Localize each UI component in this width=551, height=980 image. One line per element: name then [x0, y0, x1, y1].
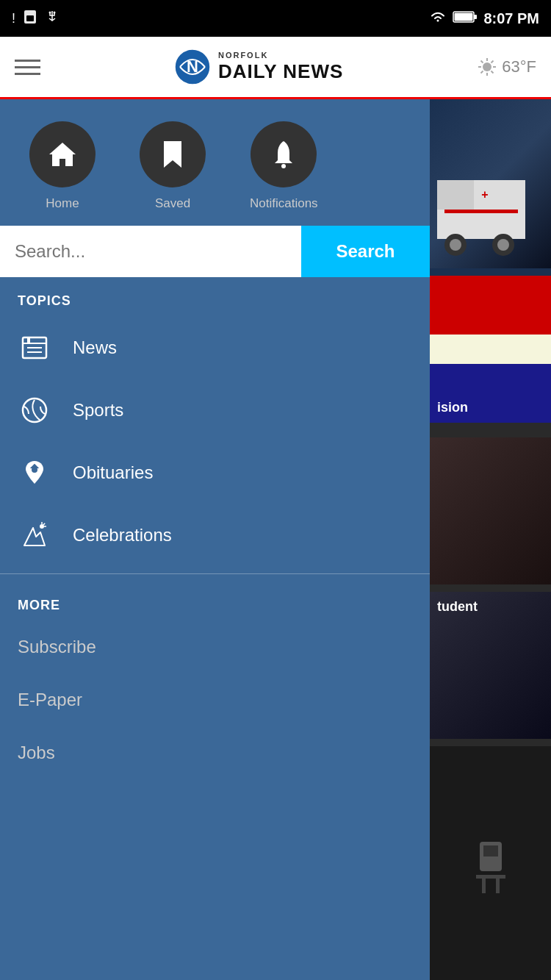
svg-text:+: +	[481, 188, 488, 201]
svg-line-15	[481, 61, 483, 63]
menu-item-jobs[interactable]: Jobs	[0, 726, 430, 779]
svg-rect-32	[437, 180, 474, 210]
hamburger-line-1	[15, 60, 40, 62]
logo-icon: N	[174, 49, 211, 85]
content-peek: + ision tudent	[430, 99, 551, 980]
svg-rect-6	[455, 12, 473, 21]
nav-icons-row: Home Saved Notifications	[0, 99, 430, 226]
sports-label: Sports	[73, 400, 123, 421]
home-label: Home	[46, 196, 79, 211]
ambulance-svg: +	[430, 136, 533, 268]
app-header: N NORFOLK DAILY NEWS 63°F	[0, 37, 551, 99]
svg-point-19	[281, 164, 286, 168]
menu-item-sports[interactable]: Sports	[0, 379, 430, 441]
menu-item-obituaries[interactable]: Obituaries	[0, 441, 430, 504]
nav-notifications[interactable]: Notifications	[250, 121, 318, 211]
menu-item-subscribe[interactable]: Subscribe	[0, 620, 430, 673]
svg-point-25	[23, 398, 46, 422]
svg-point-37	[450, 239, 461, 251]
main-container: Home Saved Notifications	[0, 99, 551, 980]
celebrations-icon	[18, 518, 51, 551]
svg-rect-45	[496, 879, 500, 893]
svg-rect-1	[26, 15, 34, 21]
svg-point-39	[497, 239, 509, 251]
device-svg	[461, 827, 520, 901]
navigation-drawer: Home Saved Notifications	[0, 99, 430, 980]
search-button[interactable]: Search	[301, 226, 430, 277]
peek-card-3	[430, 437, 551, 584]
topics-heading: TOPICS	[0, 277, 430, 316]
bookmark-icon	[156, 138, 189, 171]
menu-item-news[interactable]: News	[0, 316, 430, 379]
svg-rect-24	[27, 337, 30, 343]
weather-widget: 63°F	[477, 57, 536, 77]
status-bar-right: 8:07 PM	[429, 10, 539, 27]
temperature: 63°F	[502, 57, 536, 76]
svg-line-17	[491, 61, 494, 63]
notifications-label: Notifications	[250, 196, 318, 211]
news-label: News	[73, 337, 117, 358]
svg-line-16	[491, 71, 494, 74]
usb-icon	[45, 10, 60, 28]
menu-item-epaper[interactable]: E-Paper	[0, 673, 430, 726]
obituaries-icon	[18, 456, 51, 489]
menu-item-celebrations[interactable]: Celebrations	[0, 504, 430, 566]
logo-text: NORFOLK DAILY NEWS	[218, 51, 343, 83]
section-divider	[0, 573, 430, 574]
celebrations-label: Celebrations	[73, 525, 172, 546]
logo-title: DAILY NEWS	[218, 60, 343, 83]
peek-text-1: ision	[437, 400, 468, 415]
svg-point-10	[483, 62, 491, 71]
sim-icon	[23, 10, 37, 28]
svg-rect-5	[474, 15, 477, 19]
nav-home[interactable]: Home	[29, 121, 96, 211]
ambulance-image: +	[430, 99, 551, 268]
svg-rect-44	[482, 879, 486, 893]
notifications-icon-circle	[251, 121, 317, 187]
peek-text-2: tudent	[437, 599, 478, 615]
more-heading: MORE	[0, 582, 430, 620]
hamburger-line-2	[15, 66, 40, 68]
peek-card-4: tudent	[430, 592, 551, 739]
home-icon	[46, 138, 79, 171]
svg-rect-34	[437, 210, 525, 239]
status-bar-left: !	[12, 10, 60, 28]
search-input[interactable]	[0, 226, 301, 277]
nav-saved[interactable]: Saved	[140, 121, 206, 211]
bell-icon	[267, 138, 300, 171]
svg-line-30	[43, 523, 45, 524]
svg-rect-35	[444, 210, 518, 213]
saved-label: Saved	[155, 196, 190, 211]
status-bar: !	[0, 0, 551, 37]
clock: 8:07 PM	[483, 10, 539, 27]
hamburger-menu[interactable]	[15, 60, 40, 75]
card5-bg	[430, 746, 551, 980]
svg-rect-42	[483, 845, 498, 856]
saved-icon-circle	[140, 121, 206, 187]
news-icon	[18, 331, 51, 364]
sports-icon	[18, 393, 51, 426]
logo-subtitle: NORFOLK	[218, 51, 343, 60]
svg-point-2	[49, 11, 51, 13]
svg-rect-43	[476, 875, 505, 879]
obituaries-label: Obituaries	[73, 462, 153, 483]
peek-card-2: ision	[430, 276, 551, 423]
svg-point-3	[54, 11, 56, 13]
svg-line-18	[481, 71, 483, 74]
battery-icon	[453, 10, 478, 27]
peek-card-5	[430, 746, 551, 980]
wifi-icon	[429, 10, 447, 27]
sun-icon	[477, 57, 497, 77]
svg-point-26	[32, 467, 37, 473]
svg-point-27	[40, 524, 44, 529]
logo: N NORFOLK DAILY NEWS	[174, 49, 343, 85]
card3-bg	[430, 437, 551, 584]
search-bar: Search	[0, 226, 430, 277]
alert-icon: !	[12, 11, 15, 26]
home-icon-circle	[29, 121, 96, 187]
hamburger-line-3	[15, 73, 40, 75]
peek-card-1: +	[430, 99, 551, 268]
